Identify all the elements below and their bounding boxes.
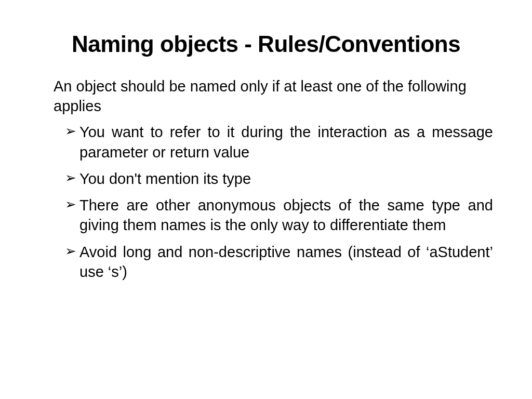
- slide-title: Naming objects - Rules/Conventions: [39, 31, 493, 57]
- list-item: There are other anonymous objects of the…: [65, 195, 493, 235]
- list-item: Avoid long and non-descriptive names (in…: [65, 242, 493, 282]
- bullet-list: You want to refer to it during the inter…: [65, 122, 493, 282]
- list-item: You don't mention its type: [65, 169, 493, 189]
- list-item: You want to refer to it during the inter…: [65, 122, 493, 162]
- intro-paragraph: An object should be named only if at lea…: [54, 77, 493, 116]
